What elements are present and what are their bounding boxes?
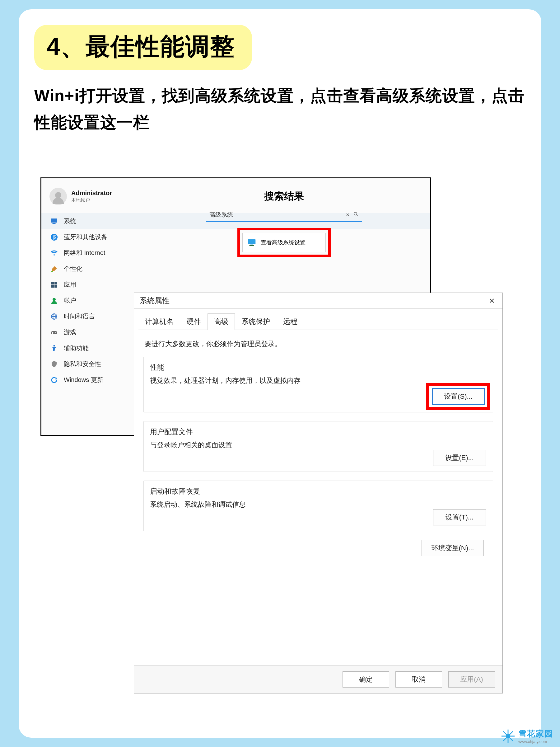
highlight-result: 查看高级系统设置 — [237, 228, 331, 257]
svg-rect-7 — [51, 285, 54, 288]
accessibility-icon — [50, 344, 58, 352]
sidebar-item-label: 系统 — [64, 217, 76, 225]
sidebar-item-label: 帐户 — [64, 296, 76, 305]
search-input[interactable]: 高级系统 × — [206, 209, 362, 222]
sidebar-item-label: 个性化 — [64, 264, 82, 273]
bluetooth-icon — [50, 233, 58, 241]
search-query: 高级系统 — [209, 211, 344, 219]
account-name: Administrator — [71, 189, 112, 197]
apply-button: 应用(A) — [448, 671, 495, 688]
dialog-title: 系统属性 — [140, 296, 169, 306]
svg-rect-8 — [54, 285, 57, 288]
svg-rect-1 — [53, 223, 55, 224]
sidebar-item-label: Windows 更新 — [64, 376, 103, 384]
dialog-body: 要进行大多数更改，你必须作为管理员登录。 性能 视觉效果，处理器计划，内存使用，… — [134, 330, 502, 568]
dialog-tabs: 计算机名硬件高级系统保护远程 — [138, 313, 498, 330]
group-title: 用户配置文件 — [150, 427, 486, 437]
svg-point-9 — [53, 298, 56, 301]
watermark-brand: 雪花家园 — [518, 728, 553, 739]
tab-0[interactable]: 计算机名 — [138, 313, 180, 330]
svg-point-14 — [55, 332, 56, 333]
ok-button[interactable]: 确定 — [343, 671, 389, 688]
brush-icon — [50, 265, 58, 273]
svg-rect-21 — [250, 244, 253, 245]
svg-rect-20 — [248, 239, 256, 244]
sidebar-item-label: 游戏 — [64, 328, 76, 336]
highlight-performance-button: 设置(S)... — [426, 383, 490, 410]
group-desc: 与登录帐户相关的桌面设置 — [150, 440, 486, 450]
svg-point-17 — [54, 345, 55, 346]
group-performance: 性能 视觉效果，处理器计划，内存使用，以及虚拟内存 设置(S)... — [143, 357, 493, 412]
search-result-label: 查看高级系统设置 — [261, 239, 305, 246]
svg-rect-0 — [51, 218, 57, 223]
search-result-advanced-settings[interactable]: 查看高级系统设置 — [242, 233, 326, 252]
svg-rect-2 — [52, 224, 56, 224]
group-desc: 系统启动、系统故障和调试信息 — [150, 500, 486, 509]
monitor-icon — [50, 217, 58, 225]
cancel-button[interactable]: 取消 — [395, 671, 442, 688]
performance-settings-button[interactable]: 设置(S)... — [432, 388, 485, 405]
sidebar-item-label: 隐私和安全性 — [64, 360, 101, 368]
person-icon — [50, 297, 58, 305]
svg-rect-22 — [249, 245, 254, 246]
snowflake-icon — [501, 729, 515, 743]
profile-settings-button[interactable]: 设置(E)... — [433, 450, 486, 466]
tab-2[interactable]: 高级 — [208, 313, 235, 330]
close-icon[interactable]: × — [484, 295, 499, 306]
watermark-url: www.xhjaty.com — [518, 739, 553, 744]
startup-settings-button[interactable]: 设置(T)... — [433, 509, 486, 525]
svg-line-19 — [356, 215, 358, 216]
tab-3[interactable]: 系统保护 — [235, 313, 276, 330]
dialog-titlebar: 系统属性 × — [134, 293, 502, 309]
sidebar-item-label: 辅助功能 — [64, 344, 89, 352]
apps-icon — [50, 281, 58, 289]
monitor-icon — [248, 239, 256, 246]
globe-icon — [50, 312, 58, 320]
svg-rect-4 — [51, 271, 53, 272]
wifi-icon — [50, 249, 58, 257]
search-icon[interactable] — [352, 211, 360, 218]
sidebar-item-label: 网络和 Internet — [64, 249, 105, 257]
dialog-footer: 确定 取消 应用(A) — [134, 666, 502, 693]
refresh-icon — [50, 376, 58, 384]
search-results-heading: 搜索结果 — [146, 189, 422, 203]
svg-rect-16 — [52, 332, 54, 333]
svg-rect-5 — [51, 282, 54, 284]
sidebar-item-label: 时间和语言 — [64, 312, 95, 320]
step-title: 4、最佳性能调整 — [34, 25, 252, 70]
shield-icon — [50, 360, 58, 368]
admin-note: 要进行大多数更改，你必须作为管理员登录。 — [145, 339, 492, 349]
gamepad-icon — [50, 328, 58, 336]
tab-4[interactable]: 远程 — [276, 313, 304, 330]
system-properties-dialog: 系统属性 × 计算机名硬件高级系统保护远程 要进行大多数更改，你必须作为管理员登… — [134, 292, 503, 693]
group-startup-recovery: 启动和故障恢复 系统启动、系统故障和调试信息 设置(T)... — [143, 481, 493, 531]
environment-variables-button[interactable]: 环境变量(N)... — [422, 540, 484, 556]
group-title: 启动和故障恢复 — [150, 487, 486, 496]
sidebar-item-label: 应用 — [64, 280, 76, 289]
svg-rect-6 — [54, 282, 57, 284]
group-title: 性能 — [150, 363, 486, 372]
watermark: 雪花家园 www.xhjaty.com — [501, 728, 553, 744]
clear-icon[interactable]: × — [344, 211, 352, 218]
sidebar-item-label: 蓝牙和其他设备 — [64, 233, 107, 241]
tutorial-card: 4、最佳性能调整 Win+i打开设置，找到高级系统设置，点击查看高级系统设置，点… — [19, 9, 541, 738]
avatar-icon — [50, 188, 67, 205]
tab-1[interactable]: 硬件 — [180, 313, 208, 330]
svg-point-18 — [354, 212, 357, 215]
group-user-profile: 用户配置文件 与登录帐户相关的桌面设置 设置(E)... — [143, 421, 493, 472]
step-instructions: Win+i打开设置，找到高级系统设置，点击查看高级系统设置，点击性能设置这一栏 — [34, 82, 526, 136]
account-type: 本地帐户 — [71, 197, 112, 203]
